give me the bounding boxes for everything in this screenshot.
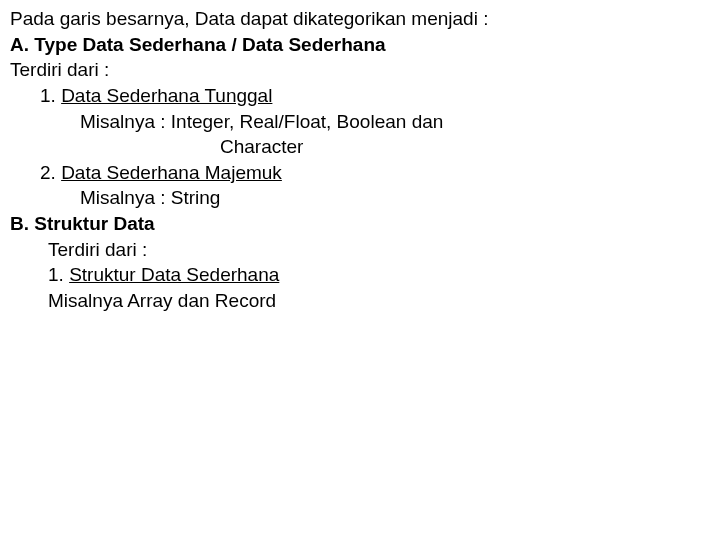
section-b-heading: B. Struktur Data bbox=[10, 211, 710, 237]
section-a-heading: A. Type Data Sederhana / Data Sederhana bbox=[10, 32, 710, 58]
section-b-item1-detail: Misalnya Array dan Record bbox=[10, 288, 710, 314]
section-a-item1-detail2: Character bbox=[10, 134, 710, 160]
section-b-subheading: Terdiri dari : bbox=[10, 237, 710, 263]
section-a-item2-title: Data Sederhana Majemuk bbox=[61, 162, 282, 183]
section-b-item1: 1. Struktur Data Sederhana bbox=[10, 262, 710, 288]
section-a-subheading: Terdiri dari : bbox=[10, 57, 710, 83]
section-a-item2: 2. Data Sederhana Majemuk bbox=[10, 160, 710, 186]
document-body: Pada garis besarnya, Data dapat dikatego… bbox=[0, 0, 720, 320]
section-a-item1-title: Data Sederhana Tunggal bbox=[61, 85, 272, 106]
section-a-item2-detail: Misalnya : String bbox=[10, 185, 710, 211]
intro-line: Pada garis besarnya, Data dapat dikatego… bbox=[10, 6, 710, 32]
section-a-item1: 1. Data Sederhana Tunggal bbox=[10, 83, 710, 109]
section-a-item1-detail1: Misalnya : Integer, Real/Float, Boolean … bbox=[10, 109, 710, 135]
section-b-item1-title: Struktur Data Sederhana bbox=[69, 264, 279, 285]
